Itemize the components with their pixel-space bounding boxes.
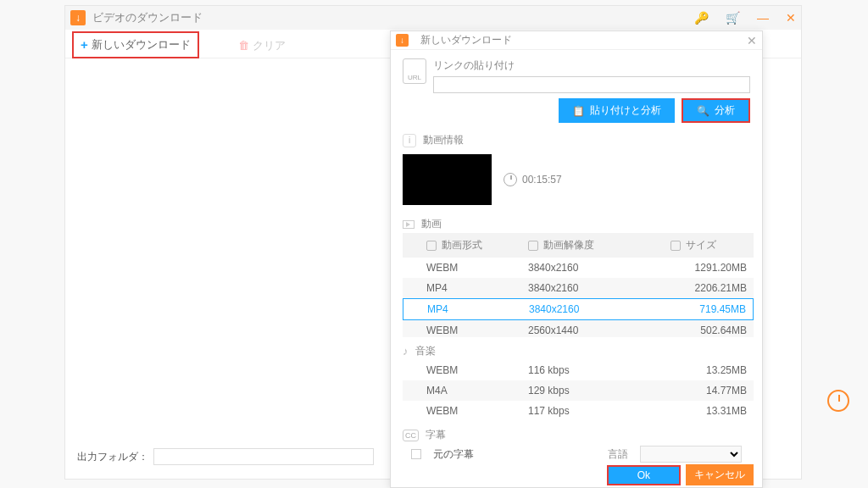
- size-icon: [670, 241, 681, 251]
- cell-resolution: 3840x2160: [529, 303, 670, 315]
- dialog-close-button[interactable]: ✕: [747, 34, 757, 47]
- clear-label: クリア: [253, 38, 286, 53]
- cell-format: M4A: [426, 385, 528, 396]
- subtitles-icon: CC: [403, 430, 419, 441]
- main-titlebar: ↓ ビデオのダウンロード 🔑 🛒 — ✕: [65, 6, 801, 30]
- table-row[interactable]: MP43840x21602206.21MB: [403, 278, 754, 298]
- cell-format: WEBM: [426, 262, 528, 274]
- analyze-label: 分析: [715, 103, 735, 118]
- col-resolution: 動画解像度: [543, 238, 594, 252]
- table-row[interactable]: WEBM117 kbps13.31MB: [403, 401, 754, 421]
- cell-resolution: 129 kbps: [528, 385, 670, 396]
- analyze-button[interactable]: 🔍 分析: [682, 98, 750, 123]
- output-folder-input[interactable]: [153, 448, 374, 465]
- table-row[interactable]: WEBM3840x21601291.20MB: [403, 258, 754, 278]
- search-icon: 🔍: [697, 105, 709, 117]
- dialog-app-icon: ↓: [396, 34, 409, 47]
- trash-icon: 🗑: [238, 39, 249, 52]
- paste-icon: 📋: [572, 105, 585, 117]
- key-icon[interactable]: 🔑: [694, 11, 709, 25]
- table-row[interactable]: MP43840x2160719.45MB: [403, 298, 754, 320]
- paste-analyze-button[interactable]: 📋 貼り付けと分析: [559, 98, 675, 123]
- original-sub-checkbox[interactable]: [411, 449, 421, 459]
- resolution-icon: [528, 241, 538, 251]
- video-table: 動画形式 動画解像度 サイズ WEBM3840x21601291.20MBMP4…: [403, 233, 754, 337]
- ok-button[interactable]: Ok: [607, 465, 681, 485]
- language-select[interactable]: [640, 446, 742, 463]
- table-row[interactable]: WEBM116 kbps13.25MB: [403, 360, 754, 380]
- plus-icon: +: [81, 37, 88, 52]
- cell-size: 1291.20MB: [670, 262, 747, 274]
- clock-icon: [504, 173, 517, 186]
- dialog-title: 新しいダウンロード: [420, 33, 747, 47]
- new-download-button[interactable]: + 新しいダウンロード: [75, 34, 196, 56]
- minimize-button[interactable]: —: [757, 11, 769, 25]
- paste-analyze-label: 貼り付けと分析: [590, 103, 661, 118]
- dialog-titlebar: ↓ 新しいダウンロード ✕: [391, 31, 762, 50]
- format-icon: [426, 241, 437, 251]
- cell-format: WEBM: [426, 405, 528, 417]
- audio-table: WEBM116 kbps13.25MBM4A129 kbps14.77MBWEB…: [403, 360, 754, 421]
- cell-resolution: 117 kbps: [528, 405, 670, 417]
- original-sub-label: 元の字幕: [433, 447, 474, 462]
- info-icon: i: [403, 134, 416, 147]
- close-button[interactable]: ✕: [786, 11, 796, 25]
- subtitles-header: 字幕: [426, 428, 446, 442]
- video-duration: 00:15:57: [522, 174, 562, 186]
- new-download-dialog: ↓ 新しいダウンロード ✕ URL リンクの貼り付け 📋 貼り付けと分析 🔍 分…: [390, 30, 763, 488]
- cart-icon[interactable]: 🛒: [726, 11, 740, 25]
- cell-resolution: 2560x1440: [528, 324, 670, 336]
- col-size: サイズ: [686, 238, 716, 252]
- table-row[interactable]: M4A129 kbps14.77MB: [403, 380, 754, 401]
- cell-format: MP4: [427, 303, 529, 315]
- scheduler-icon[interactable]: [827, 390, 849, 412]
- cell-size: 2206.21MB: [670, 282, 747, 294]
- app-icon: ↓: [70, 10, 86, 25]
- output-folder-label: 出力フォルダ：: [77, 450, 148, 464]
- cell-size: 13.31MB: [670, 405, 747, 417]
- cell-size: 13.25MB: [670, 364, 747, 376]
- cell-size: 502.64MB: [670, 324, 747, 336]
- url-input[interactable]: [433, 76, 750, 93]
- music-section-icon: ♪: [403, 345, 409, 358]
- cell-format: WEBM: [426, 324, 528, 336]
- cell-resolution: 3840x2160: [528, 262, 670, 274]
- app-title: ビデオのダウンロード: [92, 10, 694, 25]
- table-row[interactable]: WEBM2560x1440502.64MB: [403, 320, 754, 337]
- video-info-header: 動画情報: [423, 133, 464, 147]
- cell-format: WEBM: [426, 364, 528, 376]
- new-download-label: 新しいダウンロード: [92, 37, 191, 53]
- cell-size: 719.45MB: [670, 303, 746, 315]
- cell-size: 14.77MB: [670, 385, 747, 396]
- clear-button[interactable]: 🗑 クリア: [233, 35, 291, 57]
- cell-format: MP4: [426, 282, 528, 294]
- col-format: 動画形式: [442, 238, 482, 252]
- video-section-icon: [403, 220, 415, 229]
- cancel-button[interactable]: キャンセル: [686, 464, 754, 485]
- output-folder-row: 出力フォルダ：: [77, 448, 374, 465]
- audio-section-header: 音楽: [415, 344, 436, 358]
- url-icon: URL: [403, 58, 426, 84]
- highlight-new-download: + 新しいダウンロード: [72, 31, 199, 58]
- cell-resolution: 116 kbps: [528, 364, 670, 376]
- video-thumbnail: [403, 154, 492, 205]
- cell-resolution: 3840x2160: [528, 282, 670, 294]
- language-label: 言語: [608, 447, 628, 462]
- paste-link-label: リンクの貼り付け: [433, 58, 750, 73]
- video-section-header: 動画: [421, 217, 442, 231]
